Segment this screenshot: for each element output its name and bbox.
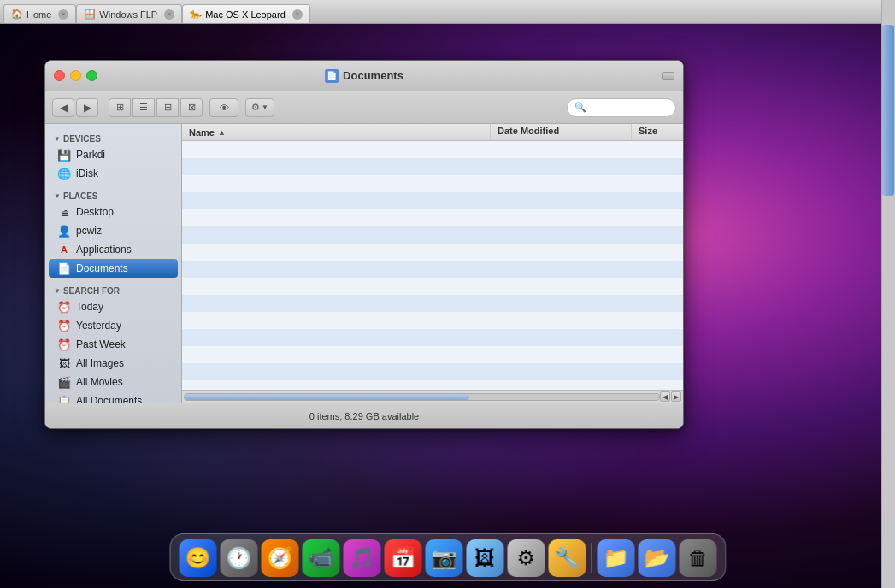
places-triangle[interactable]: ▼: [54, 192, 61, 200]
dock-item-photos[interactable]: 📷: [425, 539, 462, 577]
forward-button[interactable]: ▶: [76, 98, 98, 117]
devices-triangle[interactable]: ▼: [54, 135, 61, 143]
sidebar-item-parkdi[interactable]: 💾 Parkdi: [49, 145, 178, 164]
minimize-button[interactable]: [70, 70, 81, 81]
eye-icon: 👁: [220, 103, 229, 113]
close-button[interactable]: [54, 70, 65, 81]
idisk-icon: 🌐: [57, 167, 71, 180]
sidebar-item-allmovies[interactable]: 🎬 All Movies: [49, 373, 178, 391]
search-icon: 🔍: [574, 102, 586, 113]
browser-scrollbar[interactable]: [881, 0, 895, 588]
sidebar-item-idisk[interactable]: 🌐 iDisk: [49, 164, 178, 183]
scrollbar-thumb[interactable]: [882, 25, 894, 196]
dock-item-facetime[interactable]: 📹: [302, 539, 339, 577]
file-area: Name ▲ Date Modified Size: [182, 124, 683, 403]
trash-icon: 🗑: [687, 546, 708, 570]
desktop-icon: 🖥: [57, 205, 71, 219]
dock-item-folder1[interactable]: 📁: [597, 539, 634, 577]
syspref-icon: ⚙: [516, 546, 535, 570]
dock-item-folder2[interactable]: 📂: [638, 539, 675, 577]
sidebar-item-desktop[interactable]: 🖥 Desktop: [49, 203, 178, 221]
tab-close-macosx[interactable]: ×: [292, 9, 303, 20]
sidebar-item-pastweek[interactable]: ⏰ Past Week: [49, 335, 178, 354]
folder1-icon: 📁: [603, 546, 628, 570]
tab-windows[interactable]: 🪟 Windows FLP ×: [76, 4, 182, 23]
h-scrollbar-track[interactable]: [184, 393, 660, 401]
view-buttons: ⊞ ☰ ⊟ ⊠: [109, 98, 203, 117]
action-button[interactable]: ⚙ ▼: [245, 98, 274, 117]
icon-view-button[interactable]: ⊞: [109, 98, 131, 117]
itunes-icon: 🎵: [349, 546, 374, 570]
sidebar-item-applications[interactable]: A Applications: [49, 240, 178, 259]
dock-item-syspref[interactable]: ⚙: [507, 539, 545, 577]
finder-icon: 😊: [185, 546, 210, 570]
scroll-right-button[interactable]: ▶: [671, 391, 681, 402]
horizontal-scrollbar[interactable]: ◀ ▶: [182, 390, 683, 403]
dock-divider: [591, 543, 592, 573]
browser-chrome: 🏠 Home × 🪟 Windows FLP × 🐆 Mac OS X Leop…: [0, 0, 895, 24]
size-column-header[interactable]: Size: [632, 124, 683, 140]
search-input[interactable]: [590, 103, 668, 113]
yesterday-icon: ⏰: [57, 319, 71, 332]
facetime-icon: 📹: [308, 546, 333, 570]
sidebar-item-pcwiz[interactable]: 👤 pcwiz: [49, 221, 178, 240]
sidebar-item-documents[interactable]: 📄 Documents: [49, 259, 178, 278]
name-column-header[interactable]: Name ▲: [182, 124, 491, 140]
list-view-button[interactable]: ☰: [132, 98, 155, 117]
coverflow-view-button[interactable]: ⊠: [180, 98, 203, 117]
eye-button[interactable]: 👁: [209, 98, 238, 117]
dock-item-safari[interactable]: 🧭: [261, 539, 298, 577]
sidebar-item-allimages[interactable]: 🖼 All Images: [49, 354, 178, 373]
dock-item-utility[interactable]: 🔧: [548, 539, 586, 577]
action-arrow: ▼: [262, 103, 268, 111]
tab-macosx[interactable]: 🐆 Mac OS X Leopard ×: [182, 4, 310, 23]
search-box[interactable]: 🔍: [567, 98, 676, 117]
documents-icon: 📄: [57, 262, 71, 275]
searchfor-header: ▼ SEARCH FOR: [45, 283, 181, 297]
resize-button[interactable]: [662, 72, 674, 80]
tab-label-windows: Windows FLP: [99, 9, 157, 20]
dock-item-clock[interactable]: 🕐: [220, 539, 257, 577]
column-view-button[interactable]: ⊟: [156, 98, 179, 117]
sidebar-item-alldocuments[interactable]: 📋 All Documents: [49, 391, 178, 403]
tab-favicon-home: 🏠: [11, 9, 23, 20]
browser-tabs: 🏠 Home × 🪟 Windows FLP × 🐆 Mac OS X Leop…: [0, 0, 310, 23]
scroll-left-button[interactable]: ◀: [660, 391, 670, 402]
hdd-icon: 💾: [57, 148, 71, 162]
folder-icon: 📄: [325, 69, 339, 83]
dock-item-iphoto[interactable]: 🖼: [466, 539, 503, 577]
alldocuments-icon: 📋: [57, 394, 71, 403]
clock-icon: 🕐: [226, 546, 251, 570]
places-header: ▼ PLACES: [45, 188, 181, 203]
tab-favicon-windows: 🪟: [84, 9, 96, 20]
allmovies-icon: 🎬: [57, 375, 71, 389]
allimages-icon: 🖼: [57, 356, 71, 370]
dock-item-trash[interactable]: 🗑: [679, 539, 716, 577]
tab-close-windows[interactable]: ×: [164, 9, 174, 20]
tab-close-home[interactable]: ×: [58, 9, 68, 20]
h-scrollbar-thumb[interactable]: [185, 394, 469, 400]
tab-label-home: Home: [26, 9, 51, 20]
back-button[interactable]: ◀: [52, 98, 74, 117]
date-column-header[interactable]: Date Modified: [491, 124, 632, 140]
dock-item-ical[interactable]: 📅: [384, 539, 421, 577]
tab-favicon-macosx: 🐆: [190, 9, 202, 20]
gear-icon: ⚙: [251, 102, 260, 113]
sidebar-item-today[interactable]: ⏰ Today: [49, 297, 178, 316]
dock-item-finder[interactable]: 😊: [179, 539, 216, 577]
status-text: 0 items, 8.29 GB available: [309, 411, 419, 421]
searchfor-triangle[interactable]: ▼: [54, 287, 61, 295]
utility-icon: 🔧: [554, 546, 580, 570]
tab-home[interactable]: 🏠 Home ×: [3, 4, 76, 23]
finder-window: 📄 Documents ◀ ▶ ⊞ ☰ ⊟ ⊠ 👁 ⚙ ▼ 🔍: [44, 60, 684, 429]
finder-toolbar: ◀ ▶ ⊞ ☰ ⊟ ⊠ 👁 ⚙ ▼ 🔍: [45, 91, 683, 124]
dock: 😊 🕐 🧭 📹 🎵 📅 📷 🖼 ⚙ 🔧 📁 📂 🗑: [169, 533, 726, 581]
folder2-icon: 📂: [644, 546, 669, 570]
maximize-button[interactable]: [86, 70, 97, 81]
sidebar-item-yesterday[interactable]: ⏰ Yesterday: [49, 316, 178, 335]
finder-body: ▼ DEVICES 💾 Parkdi 🌐 iDisk ▼ PLACES 🖥 De…: [45, 124, 683, 403]
devices-header: ▼ DEVICES: [45, 131, 181, 145]
file-rows: [182, 141, 683, 397]
dock-item-itunes[interactable]: 🎵: [343, 539, 380, 577]
window-buttons: [54, 70, 97, 81]
